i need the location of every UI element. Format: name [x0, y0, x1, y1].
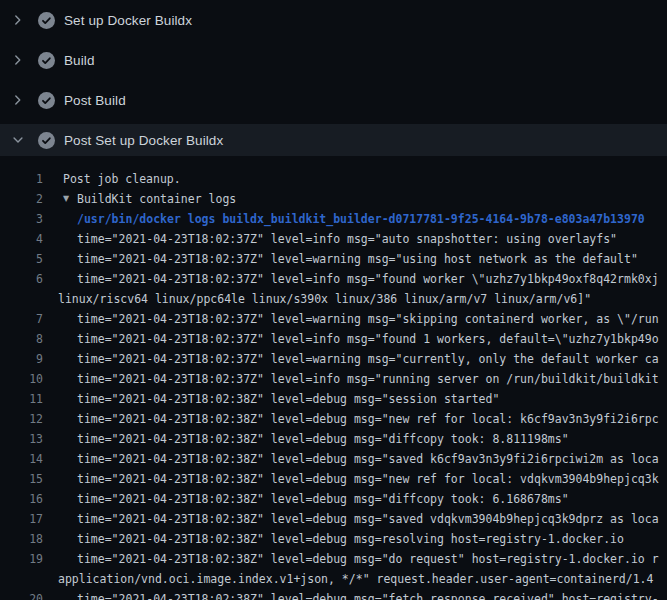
chevron-right-icon — [11, 13, 25, 27]
log-text: time="2021-04-23T18:02:38Z" level=debug … — [43, 529, 624, 549]
log-line: 5 time="2021-04-23T18:02:37Z" level=warn… — [0, 249, 667, 269]
line-number[interactable]: 7 — [0, 309, 43, 329]
line-number[interactable]: 16 — [0, 489, 43, 509]
log-text: time="2021-04-23T18:02:37Z" level=warnin… — [43, 249, 638, 269]
log-text: time="2021-04-23T18:02:37Z" level=info m… — [43, 269, 659, 289]
log-text: time="2021-04-23T18:02:38Z" level=debug … — [43, 469, 659, 489]
line-number[interactable]: 3 — [0, 209, 43, 229]
line-number[interactable]: 10 — [0, 369, 43, 389]
log-text: time="2021-04-23T18:02:38Z" level=debug … — [43, 489, 569, 509]
line-number[interactable]: 1 — [0, 169, 43, 189]
line-number[interactable]: 14 — [0, 449, 43, 469]
step-row-post-set-up-docker-buildx[interactable]: Post Set up Docker Buildx — [0, 120, 667, 160]
line-number[interactable]: 19 — [0, 549, 43, 569]
log-text: Post job cleanup. — [43, 169, 181, 189]
check-circle-icon — [38, 132, 55, 149]
log-text: time="2021-04-23T18:02:38Z" level=debug … — [43, 549, 659, 569]
line-number[interactable]: 5 — [0, 249, 43, 269]
workflow-steps-list: Set up Docker Buildx Build Post Build Po… — [0, 0, 667, 160]
log-line: 12 time="2021-04-23T18:02:38Z" level=deb… — [0, 409, 667, 429]
line-number[interactable]: 2 — [0, 189, 43, 209]
log-line: 7 time="2021-04-23T18:02:37Z" level=warn… — [0, 309, 667, 329]
log-line: 1 Post job cleanup. — [0, 169, 667, 189]
log-text: /usr/bin/docker logs buildx_buildkit_bui… — [43, 209, 645, 229]
step-title: Post Build — [64, 93, 126, 108]
log-line: 20 time="2021-04-23T18:02:38Z" level=deb… — [0, 589, 667, 600]
log-text: time="2021-04-23T18:02:38Z" level=debug … — [43, 409, 659, 429]
log-line: 3 /usr/bin/docker logs buildx_buildkit_b… — [0, 209, 667, 229]
check-circle-icon — [38, 92, 55, 109]
log-text: time="2021-04-23T18:02:37Z" level=warnin… — [43, 309, 659, 329]
step-row-post-build[interactable]: Post Build — [0, 80, 667, 120]
line-number[interactable] — [0, 569, 43, 589]
log-area: 1 Post job cleanup. 2 ▼ BuildKit contain… — [0, 160, 667, 600]
chevron-right-icon — [11, 93, 25, 107]
log-line: 13 time="2021-04-23T18:02:38Z" level=deb… — [0, 429, 667, 449]
line-number[interactable] — [0, 289, 43, 309]
log-line: 6 time="2021-04-23T18:02:37Z" level=info… — [0, 269, 667, 289]
step-title: Build — [64, 53, 95, 68]
log-line: 11 time="2021-04-23T18:02:38Z" level=deb… — [0, 389, 667, 409]
step-title: Set up Docker Buildx — [64, 13, 192, 28]
log-text: application/vnd.oci.image.index.v1+json,… — [43, 569, 653, 589]
log-line: 18 time="2021-04-23T18:02:38Z" level=deb… — [0, 529, 667, 549]
line-number[interactable]: 12 — [0, 409, 43, 429]
log-line: 4 time="2021-04-23T18:02:37Z" level=info… — [0, 229, 667, 249]
line-number[interactable]: 18 — [0, 529, 43, 549]
line-number[interactable]: 9 — [0, 349, 43, 369]
group-caret-icon[interactable]: ▼ — [63, 189, 77, 209]
log-line: 17 time="2021-04-23T18:02:38Z" level=deb… — [0, 509, 667, 529]
step-title: Post Set up Docker Buildx — [64, 133, 223, 148]
log-text: time="2021-04-23T18:02:38Z" level=debug … — [43, 429, 569, 449]
log-line: 16 time="2021-04-23T18:02:38Z" level=deb… — [0, 489, 667, 509]
log-line: 9 time="2021-04-23T18:02:37Z" level=warn… — [0, 349, 667, 369]
check-circle-icon — [38, 52, 55, 69]
log-text: time="2021-04-23T18:02:37Z" level=info m… — [43, 329, 659, 349]
line-number[interactable]: 15 — [0, 469, 43, 489]
log-text: time="2021-04-23T18:02:38Z" level=debug … — [43, 509, 659, 529]
check-circle-icon — [38, 12, 55, 29]
chevron-down-icon — [11, 133, 25, 147]
log-text: BuildKit container logs — [77, 189, 236, 209]
log-line: 19 time="2021-04-23T18:02:38Z" level=deb… — [0, 549, 667, 569]
log-line: 10 time="2021-04-23T18:02:37Z" level=inf… — [0, 369, 667, 389]
step-row-set-up-docker-buildx[interactable]: Set up Docker Buildx — [0, 0, 667, 40]
log-text: linux/riscv64 linux/ppc64le linux/s390x … — [43, 289, 591, 309]
line-number[interactable]: 8 — [0, 329, 43, 349]
step-row-build[interactable]: Build — [0, 40, 667, 80]
log-line: 8 time="2021-04-23T18:02:37Z" level=info… — [0, 329, 667, 349]
line-number[interactable]: 4 — [0, 229, 43, 249]
log-line: 14 time="2021-04-23T18:02:38Z" level=deb… — [0, 449, 667, 469]
log-text: time="2021-04-23T18:02:37Z" level=info m… — [43, 229, 617, 249]
log-text: time="2021-04-23T18:02:38Z" level=debug … — [43, 449, 659, 469]
line-number[interactable]: 11 — [0, 389, 43, 409]
line-number[interactable]: 20 — [0, 589, 43, 600]
line-number[interactable]: 6 — [0, 269, 43, 289]
chevron-right-icon — [11, 53, 25, 67]
log-text: time="2021-04-23T18:02:38Z" level=debug … — [43, 389, 499, 409]
line-number[interactable]: 13 — [0, 429, 43, 449]
line-number[interactable]: 17 — [0, 509, 43, 529]
log-text: time="2021-04-23T18:02:37Z" level=info m… — [43, 369, 659, 389]
log-line: application/vnd.oci.image.index.v1+json,… — [0, 569, 667, 589]
log-line: linux/riscv64 linux/ppc64le linux/s390x … — [0, 289, 667, 309]
log-text: time="2021-04-23T18:02:37Z" level=warnin… — [43, 349, 659, 369]
log-line: 2 ▼ BuildKit container logs — [0, 189, 667, 209]
log-line: 15 time="2021-04-23T18:02:38Z" level=deb… — [0, 469, 667, 489]
log-text: time="2021-04-23T18:02:38Z" level=debug … — [43, 589, 659, 600]
